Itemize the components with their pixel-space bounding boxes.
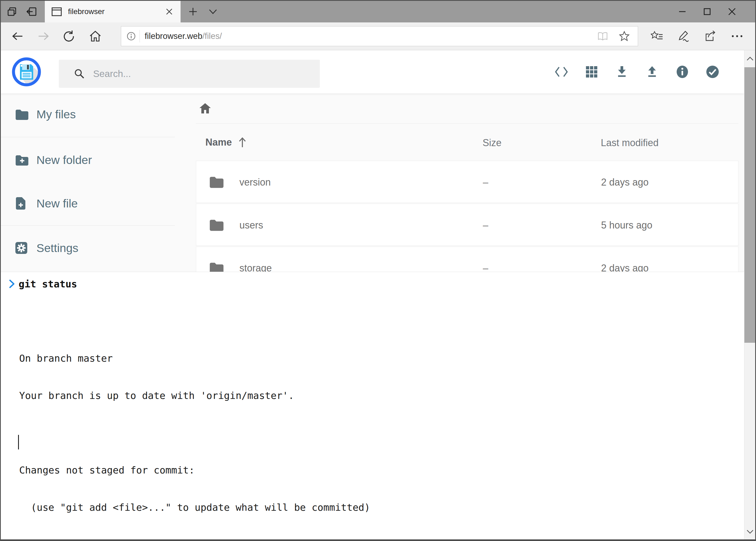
site-info-icon[interactable] <box>126 32 136 41</box>
terminal-line: (use "git add <file>..." to update what … <box>19 501 458 514</box>
folder-icon <box>209 176 223 189</box>
add-favorite-star-icon[interactable] <box>614 22 635 50</box>
grid-view-icon[interactable] <box>585 64 599 80</box>
terminal-line: (use "git checkout -- <file>..." to disc… <box>19 539 458 541</box>
prompt-chevron-icon <box>8 278 15 289</box>
reading-view-icon[interactable] <box>592 22 614 50</box>
listing-header: Name Size Last modified <box>196 137 738 150</box>
refresh-icon[interactable] <box>57 22 81 50</box>
breadcrumb-home-icon[interactable] <box>198 102 212 115</box>
browser-window: filebrowser <box>0 0 756 541</box>
favorites-hub-icon[interactable] <box>643 22 670 50</box>
file-size: – <box>483 220 488 231</box>
search-bar[interactable] <box>59 60 320 88</box>
terminal-line: Your branch is up to date with 'origin/m… <box>19 389 458 402</box>
address-separator <box>139 30 140 42</box>
scrollbar-thumb[interactable] <box>744 67 755 343</box>
file-name: users <box>239 220 263 231</box>
file-size: – <box>483 177 488 188</box>
sidebar-item-my-files[interactable]: My files <box>1 101 175 127</box>
terminal-line: Changes not staged for commit: <box>19 464 458 476</box>
close-button[interactable] <box>720 1 744 22</box>
terminal-panel[interactable]: git status On branch master Your branch … <box>1 272 744 540</box>
select-multiple-check-icon[interactable] <box>706 64 719 80</box>
sidebar-item-label: New file <box>36 197 78 210</box>
sidebar-item-settings[interactable]: Settings <box>1 235 175 261</box>
folder-icon <box>15 109 29 120</box>
terminal-cursor <box>18 435 19 449</box>
back-icon[interactable] <box>6 22 29 50</box>
forward-icon[interactable] <box>32 22 55 50</box>
sidebar-item-label: New folder <box>36 154 92 167</box>
column-last-modified[interactable]: Last modified <box>601 137 658 149</box>
file-list: version – 2 days ago users – 5 hours ago… <box>196 161 738 289</box>
tab-title: filebrowser <box>68 7 105 16</box>
page-scrollbar[interactable] <box>744 50 755 540</box>
file-row-version[interactable]: version – 2 days ago <box>196 161 738 203</box>
file-modified: 2 days ago <box>601 177 648 188</box>
folder-icon <box>209 219 223 232</box>
sort-ascending-icon <box>238 137 247 148</box>
window-controls <box>670 1 744 22</box>
tab-bar: filebrowser <box>1 1 755 22</box>
file-name: version <box>239 177 271 188</box>
navigation-toolbar: filebrowser.web/files/ <box>1 22 755 50</box>
url-host: filebrowser.web <box>145 31 202 41</box>
set-tabs-aside-icon[interactable] <box>22 1 40 22</box>
scroll-down-icon[interactable] <box>744 523 755 540</box>
sidebar-item-new-folder[interactable]: New folder <box>1 147 175 173</box>
filebrowser-header <box>1 50 744 94</box>
terminal-command: git status <box>19 278 77 289</box>
sidebar-divider <box>1 137 175 137</box>
code-editor-icon[interactable] <box>555 64 568 80</box>
sidebar-item-label: Settings <box>36 242 78 255</box>
filebrowser-logo <box>12 57 41 88</box>
maximize-button[interactable] <box>695 1 720 22</box>
file-row-users[interactable]: users – 5 hours ago <box>196 204 738 246</box>
url-text[interactable]: filebrowser.web/files/ <box>145 31 222 41</box>
info-icon[interactable] <box>675 64 689 80</box>
column-size[interactable]: Size <box>483 137 501 149</box>
share-icon[interactable] <box>697 22 724 50</box>
upload-icon[interactable] <box>645 64 659 80</box>
terminal-line: On branch master <box>19 352 458 365</box>
tab-preview-chevron-icon[interactable] <box>204 1 222 22</box>
web-notes-pen-icon[interactable] <box>670 22 697 50</box>
url-path: /files/ <box>202 31 222 41</box>
settings-more-icon[interactable] <box>724 22 750 50</box>
sidebar-divider <box>1 225 175 226</box>
column-name[interactable]: Name <box>205 137 247 148</box>
address-bar[interactable]: filebrowser.web/files/ <box>121 26 638 46</box>
file-modified: 5 hours ago <box>601 220 652 231</box>
page-favicon-icon <box>51 6 62 17</box>
new-folder-icon <box>15 154 29 166</box>
search-input[interactable] <box>93 68 309 79</box>
scroll-up-icon[interactable] <box>744 50 755 67</box>
terminal-prompt-line: git status <box>1 277 77 290</box>
home-icon[interactable] <box>84 22 107 50</box>
browser-tab[interactable]: filebrowser <box>45 1 180 22</box>
sidebar-item-label: My files <box>36 108 76 121</box>
tab-close-icon[interactable] <box>165 8 173 15</box>
terminal-output: On branch master Your branch is up to da… <box>19 290 458 541</box>
new-file-icon <box>15 197 29 210</box>
download-icon[interactable] <box>615 64 629 80</box>
settings-gear-icon <box>15 242 29 255</box>
search-icon <box>74 68 85 79</box>
sidebar-item-new-file[interactable]: New file <box>1 191 175 216</box>
tabs-aside-list-icon[interactable] <box>4 1 20 22</box>
minimize-button[interactable] <box>670 1 695 22</box>
new-tab-button[interactable] <box>184 1 202 22</box>
